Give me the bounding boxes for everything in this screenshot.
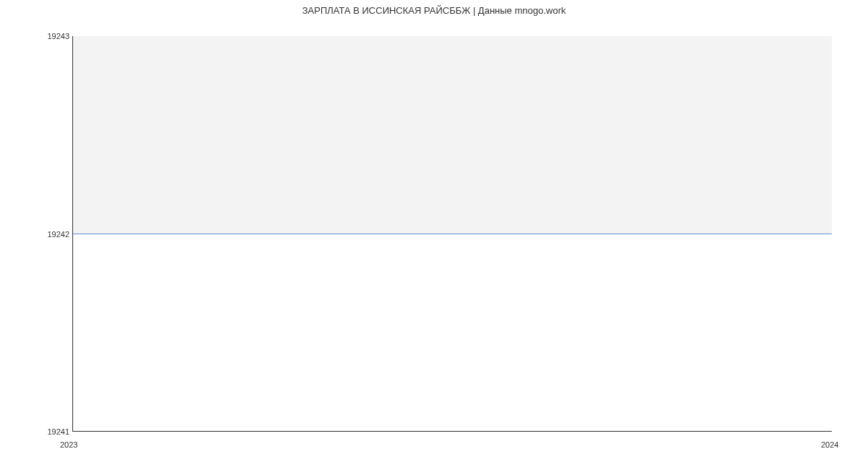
plot-area — [72, 36, 832, 432]
data-line — [73, 234, 832, 234]
fill-region — [73, 36, 832, 234]
x-axis-tick-label: 2023 — [60, 440, 77, 449]
chart-container: ЗАРПЛАТА В ИССИНСКАЯ РАЙСББЖ | Данные mn… — [0, 0, 868, 470]
chart-title: ЗАРПЛАТА В ИССИНСКАЯ РАЙСББЖ | Данные mn… — [0, 5, 868, 16]
y-axis-tick-label: 19241 — [33, 427, 69, 436]
y-axis-tick-label: 19243 — [33, 32, 69, 40]
y-axis-tick-label: 19242 — [33, 230, 69, 239]
x-axis-tick-label: 2024 — [821, 440, 838, 449]
